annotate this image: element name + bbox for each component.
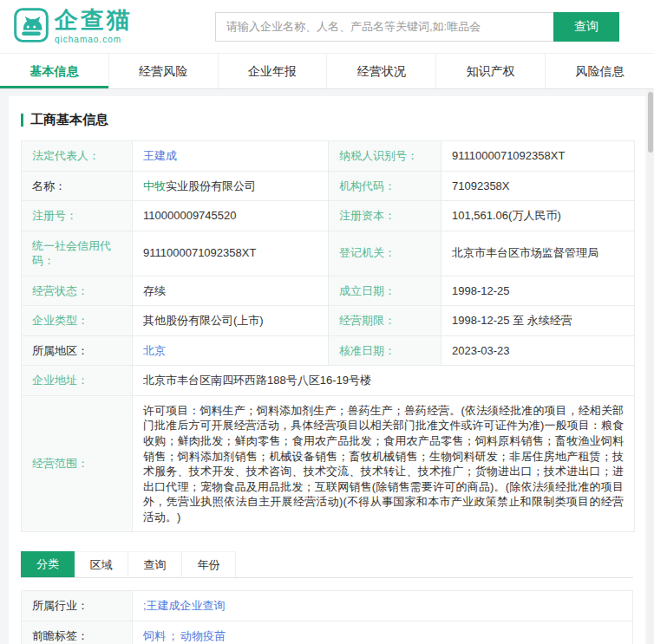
logo-domain: qichamao.com bbox=[55, 35, 133, 44]
table-row: 统一社会信用代码： 9111000071092358XT 登记机关： 北京市丰台… bbox=[22, 231, 635, 276]
field-label: 名称： bbox=[22, 171, 133, 201]
scrollbar-track[interactable] bbox=[647, 90, 654, 644]
header: 企查猫 qichamao.com 查询 bbox=[0, 0, 654, 54]
field-label: 经营期限： bbox=[329, 306, 441, 336]
qichamao-cat-icon bbox=[14, 8, 49, 46]
tag-link[interactable]: 动物疫苗 bbox=[180, 629, 226, 642]
field-value: 饲料；动物疫苗 bbox=[133, 621, 633, 644]
field-label: 纳税人识别号： bbox=[329, 141, 441, 172]
tab-operating-risk[interactable]: 经营风险 bbox=[108, 54, 218, 88]
content-area: 工商基本信息 法定代表人： 王建成 纳税人识别号： 91110000710923… bbox=[0, 89, 654, 644]
scrollbar-thumb[interactable] bbox=[648, 92, 653, 153]
field-value: 110000009745520 bbox=[133, 201, 329, 231]
tag-separator: ； bbox=[167, 629, 179, 642]
filter-tab-query[interactable]: 查询 bbox=[128, 551, 182, 577]
field-value: 71092358X bbox=[441, 171, 635, 201]
business-info-table: 法定代表人： 王建成 纳税人识别号： 9111000071092358XT 名称… bbox=[21, 140, 635, 532]
field-label: 前瞻标签： bbox=[22, 621, 133, 644]
field-value: ;王建成企业查询 bbox=[133, 591, 633, 621]
green-bar-decoration bbox=[21, 114, 23, 127]
table-row: 经营状态： 存续 成立日期： 1998-12-25 bbox=[22, 276, 635, 306]
field-value: 9111000071092358XT bbox=[441, 141, 635, 172]
tag-link[interactable]: 饲料 bbox=[143, 629, 166, 642]
tab-basic-info[interactable]: 基本信息 bbox=[0, 54, 108, 88]
field-value: 2023-03-23 bbox=[441, 335, 635, 366]
field-value: 1998-12-25 bbox=[441, 276, 635, 306]
field-label: 成立日期： bbox=[329, 276, 441, 306]
business-info-card: 工商基本信息 法定代表人： 王建成 纳税人识别号： 91110000710923… bbox=[9, 96, 645, 644]
search-bar: 查询 bbox=[215, 12, 619, 42]
field-label: 机构代码： bbox=[329, 171, 441, 201]
field-label: 企业类型： bbox=[22, 306, 133, 336]
table-row: 注册号： 110000009745520 注册资本： 101,561.06(万人… bbox=[22, 201, 635, 231]
table-row: 企业地址： 北京市丰台区南四环西路188号八区16-19号楼 bbox=[22, 366, 635, 396]
keyword-highlight: 中牧 bbox=[143, 179, 166, 192]
section-header: 工商基本信息 bbox=[21, 112, 633, 128]
logo-text: 企查猫 bbox=[55, 9, 133, 32]
tags-table: 所属行业： ;王建成企业查询 前瞻标签： 饲料；动物疫苗 展会标签： 集约化畜牧… bbox=[21, 590, 633, 644]
tags-section: 所属行业： ;王建成企业查询 前瞻标签： 饲料；动物疫苗 展会标签： 集约化畜牧… bbox=[21, 590, 633, 644]
table-row: 所属地区： 北京 核准日期： 2023-03-23 bbox=[22, 335, 635, 366]
company-address-value: 北京市丰台区南四环西路188号八区16-19号楼 bbox=[133, 366, 635, 396]
field-label: 统一社会信用代码： bbox=[22, 231, 133, 276]
field-value: 存续 bbox=[133, 276, 329, 306]
search-button[interactable]: 查询 bbox=[553, 12, 619, 42]
field-value: 北京市丰台区市场监督管理局 bbox=[441, 231, 635, 276]
field-label: 法定代表人： bbox=[22, 141, 133, 172]
industry-link[interactable]: ;王建成企业查询 bbox=[143, 599, 226, 612]
region-link[interactable]: 北京 bbox=[143, 344, 166, 357]
field-label: 企业地址： bbox=[22, 366, 133, 396]
field-value: 101,561.06(万人民币) bbox=[441, 201, 635, 231]
filter-tab-region[interactable]: 区域 bbox=[75, 551, 128, 577]
main-nav: 基本信息 经营风险 企业年报 经营状况 知识产权 风险信息 bbox=[0, 54, 654, 89]
company-name-rest: 实业股份有限公司 bbox=[166, 179, 256, 192]
business-scope-value: 许可项目：饲料生产；饲料添加剂生产；兽药生产；兽药经营。(依法须经批准的项目，经… bbox=[133, 395, 635, 531]
tab-risk-info[interactable]: 风险信息 bbox=[545, 54, 654, 88]
table-row: 所属行业： ;王建成企业查询 bbox=[22, 591, 633, 621]
field-value: 其他股份有限公司(上市) bbox=[133, 306, 329, 336]
field-label: 所属地区： bbox=[22, 335, 133, 366]
filter-tab-bar: 分类 区域 查询 年份 bbox=[21, 551, 633, 578]
field-label: 所属行业： bbox=[22, 591, 133, 621]
legal-representative-link[interactable]: 王建成 bbox=[143, 149, 177, 162]
field-label: 注册资本： bbox=[329, 201, 441, 231]
tab-annual-report[interactable]: 企业年报 bbox=[218, 54, 327, 88]
field-label: 注册号： bbox=[22, 201, 133, 231]
field-value: 王建成 bbox=[133, 141, 329, 172]
company-name-value: 中牧实业股份有限公司 bbox=[133, 171, 329, 201]
table-row: 经营范围： 许可项目：饲料生产；饲料添加剂生产；兽药生产；兽药经营。(依法须经批… bbox=[22, 395, 635, 531]
section-title: 工商基本信息 bbox=[30, 112, 108, 128]
field-value: 9111000071092358XT bbox=[133, 231, 329, 276]
field-label: 核准日期： bbox=[329, 335, 441, 366]
table-row: 法定代表人： 王建成 纳税人识别号： 9111000071092358XT bbox=[22, 141, 635, 172]
tab-operating-status[interactable]: 经营状况 bbox=[326, 54, 435, 88]
qichamao-logo[interactable]: 企查猫 qichamao.com bbox=[14, 8, 215, 46]
field-label: 登记机关： bbox=[329, 231, 441, 276]
field-value: 北京 bbox=[133, 335, 329, 366]
field-value: 1998-12-25 至 永续经营 bbox=[441, 306, 635, 336]
search-input[interactable] bbox=[215, 12, 553, 42]
tab-intellectual-property[interactable]: 知识产权 bbox=[435, 54, 545, 88]
table-row: 名称： 中牧实业股份有限公司 机构代码： 71092358X bbox=[22, 171, 635, 201]
table-row: 前瞻标签： 饲料；动物疫苗 bbox=[22, 621, 633, 644]
field-label: 经营状态： bbox=[22, 276, 133, 306]
field-label: 经营范围： bbox=[22, 395, 133, 531]
table-row: 企业类型： 其他股份有限公司(上市) 经营期限： 1998-12-25 至 永续… bbox=[22, 306, 635, 336]
filter-tab-year[interactable]: 年份 bbox=[182, 551, 236, 577]
filter-tab-category[interactable]: 分类 bbox=[21, 551, 75, 577]
